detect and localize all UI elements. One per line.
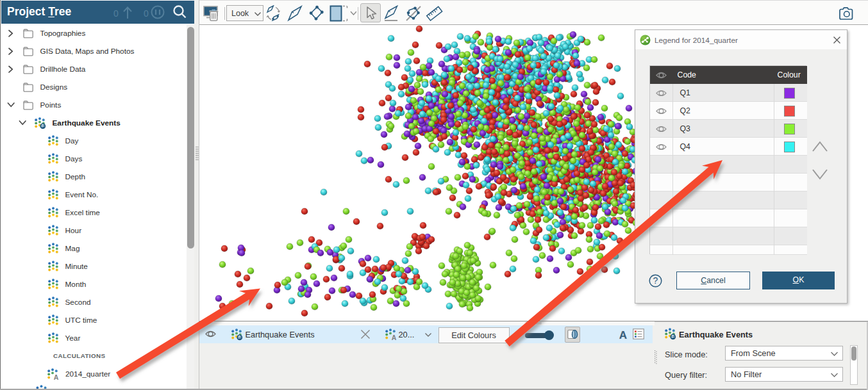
svg-text:?: ? (653, 275, 658, 286)
svg-text:A: A (53, 373, 58, 380)
svg-text:0: 0 (144, 8, 149, 19)
svg-text:A: A (391, 334, 396, 341)
svg-text:0: 0 (113, 8, 119, 19)
svg-text:A: A (619, 329, 627, 341)
